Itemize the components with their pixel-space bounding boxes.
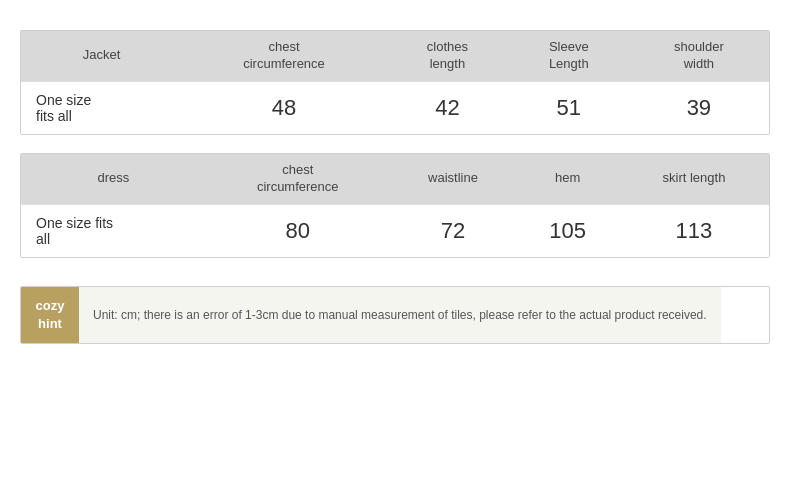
dress-col-size: dress bbox=[21, 154, 206, 204]
dress-size-cell: One size fitsall bbox=[21, 204, 206, 257]
jacket-size-cell: One sizefits all bbox=[21, 81, 182, 134]
jacket-col-size: Jacket bbox=[21, 31, 182, 81]
jacket-sleeve-cell: 51 bbox=[509, 81, 629, 134]
hint-bar: cozyhint Unit: cm; there is an error of … bbox=[20, 286, 770, 344]
jacket-row-1: One sizefits all 48 42 51 39 bbox=[21, 81, 769, 134]
hint-text: Unit: cm; there is an error of 1-3cm due… bbox=[79, 287, 721, 343]
dress-col-waistline: waistline bbox=[390, 154, 516, 204]
jacket-col-clothes-length: clotheslength bbox=[386, 31, 509, 81]
hint-label: cozyhint bbox=[21, 287, 79, 343]
dress-table: dress chestcircumference waistline hem s… bbox=[21, 154, 769, 257]
page-container: Jacket chestcircumference clotheslength … bbox=[0, 0, 790, 502]
dress-col-hem: hem bbox=[516, 154, 619, 204]
jacket-table-wrapper: Jacket chestcircumference clotheslength … bbox=[20, 30, 770, 135]
dress-table-wrapper: dress chestcircumference waistline hem s… bbox=[20, 153, 770, 258]
jacket-chest-cell: 48 bbox=[182, 81, 386, 134]
dress-skirt-length-cell: 113 bbox=[619, 204, 769, 257]
dress-col-skirt-length: skirt length bbox=[619, 154, 769, 204]
dress-hem-cell: 105 bbox=[516, 204, 619, 257]
dress-waistline-cell: 72 bbox=[390, 204, 516, 257]
dress-row-1: One size fitsall 80 72 105 113 bbox=[21, 204, 769, 257]
jacket-col-shoulder: shoulderwidth bbox=[629, 31, 769, 81]
jacket-clothes-length-cell: 42 bbox=[386, 81, 509, 134]
jacket-shoulder-cell: 39 bbox=[629, 81, 769, 134]
dress-col-chest: chestcircumference bbox=[206, 154, 390, 204]
jacket-table: Jacket chestcircumference clotheslength … bbox=[21, 31, 769, 134]
dress-chest-cell: 80 bbox=[206, 204, 390, 257]
jacket-col-sleeve: SleeveLength bbox=[509, 31, 629, 81]
jacket-col-chest: chestcircumference bbox=[182, 31, 386, 81]
